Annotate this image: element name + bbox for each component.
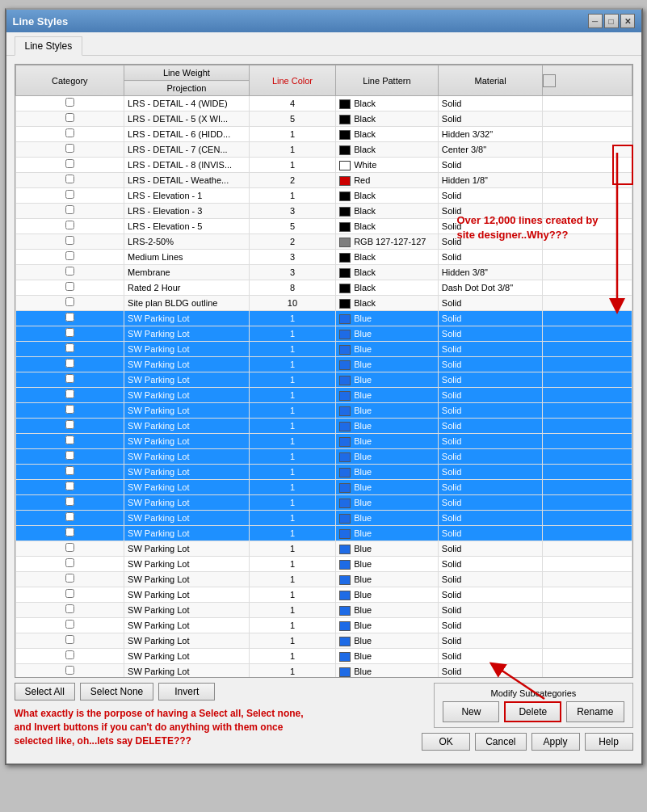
cancel-button[interactable]: Cancel — [475, 733, 526, 751]
table-row[interactable]: SW Parking Lot1BlueSolid — [15, 419, 632, 434]
row-checkbox[interactable] — [65, 267, 74, 276]
table-row[interactable]: SW Parking Lot1BlueSolid — [15, 649, 632, 664]
row-checkbox[interactable] — [65, 435, 74, 444]
table-row[interactable]: SW Parking Lot1BlueSolid — [15, 403, 632, 419]
select-all-button[interactable]: Select All — [15, 683, 75, 701]
row-checkbox[interactable] — [65, 635, 74, 644]
row-checkbox[interactable] — [65, 128, 74, 137]
row-checkbox[interactable] — [65, 359, 74, 368]
row-checkbox[interactable] — [65, 420, 74, 429]
table-row[interactable]: LRS - DETAIL - 6 (HIDD...1BlackHidden 3/… — [15, 127, 632, 142]
table-row[interactable]: SW Parking Lot1BlueSolid — [15, 557, 632, 572]
cell-category: SW Parking Lot — [124, 372, 250, 388]
rename-button[interactable]: Rename — [566, 701, 624, 722]
row-checkbox[interactable] — [65, 221, 74, 229]
row-checkbox[interactable] — [65, 343, 74, 352]
table-row[interactable]: Medium Lines3BlackSolid — [15, 250, 632, 265]
help-button[interactable]: Help — [585, 733, 633, 751]
color-label: Black — [354, 283, 376, 292]
table-row[interactable]: SW Parking Lot1BlueSolid — [15, 480, 632, 495]
cell-pattern: Solid — [438, 188, 543, 204]
row-checkbox[interactable] — [65, 589, 74, 598]
new-button[interactable]: New — [443, 701, 499, 722]
row-checkbox[interactable] — [65, 144, 74, 153]
row-checkbox[interactable] — [65, 482, 74, 490]
table-row[interactable]: SW Parking Lot1BlueSolid — [15, 372, 632, 388]
table-row[interactable]: Site plan BLDG outline10BlackSolid — [15, 296, 632, 311]
table-row[interactable]: LRS - Elevation - 55BlackSolid — [15, 219, 632, 234]
row-checkbox[interactable] — [65, 251, 74, 260]
table-row[interactable]: LRS - DETAIL - 4 (WIDE)4BlackSolid — [15, 96, 632, 111]
row-checkbox[interactable] — [65, 175, 74, 183]
cell-category: LRS - Elevation - 1 — [124, 188, 250, 204]
row-checkbox[interactable] — [65, 650, 74, 659]
row-checkbox[interactable] — [65, 512, 74, 521]
table-container[interactable]: Category Line Weight Line Color Line Pat… — [15, 64, 633, 678]
cell-category: SW Parking Lot — [124, 326, 250, 342]
minimize-button[interactable]: ─ — [588, 14, 603, 28]
row-checkbox[interactable] — [65, 528, 74, 536]
row-checkbox[interactable] — [65, 190, 74, 199]
table-row[interactable]: SW Parking Lot1BlueSolid — [15, 587, 632, 603]
row-checkbox[interactable] — [65, 558, 74, 567]
row-checkbox[interactable] — [65, 282, 74, 291]
row-checkbox[interactable] — [65, 297, 74, 306]
table-row[interactable]: LRS - DETAIL - 7 (CEN...1BlackCenter 3/8… — [15, 142, 632, 158]
row-checkbox[interactable] — [65, 374, 74, 383]
table-row[interactable]: SW Parking Lot1BlueSolid — [15, 388, 632, 403]
cell-color: Black — [336, 219, 439, 234]
row-checkbox[interactable] — [65, 497, 74, 506]
row-checkbox[interactable] — [65, 451, 74, 460]
cell-pattern: Solid — [438, 234, 543, 250]
table-scroll[interactable]: Category Line Weight Line Color Line Pat… — [15, 65, 632, 678]
table-row[interactable]: SW Parking Lot1BlueSolid — [15, 511, 632, 526]
table-row[interactable]: SW Parking Lot1BlueSolid — [15, 311, 632, 326]
delete-button[interactable]: Delete — [504, 701, 561, 722]
maximize-button[interactable]: □ — [604, 14, 619, 28]
ok-button[interactable]: OK — [422, 733, 470, 751]
row-checkbox[interactable] — [65, 466, 74, 475]
row-checkbox[interactable] — [65, 313, 74, 322]
apply-button[interactable]: Apply — [531, 733, 580, 751]
table-row[interactable]: SW Parking Lot1BlueSolid — [15, 633, 632, 649]
table-row[interactable]: SW Parking Lot1BlueSolid — [15, 449, 632, 465]
table-row[interactable]: SW Parking Lot1BlueSolid — [15, 465, 632, 480]
table-row[interactable]: LRS - DETAIL - 8 (INVIS...1WhiteSolid — [15, 158, 632, 173]
select-none-button[interactable]: Select None — [80, 683, 153, 701]
cell-weight: 1 — [249, 342, 335, 357]
table-row[interactable]: SW Parking Lot1BlueSolid — [15, 618, 632, 633]
tab-line-styles[interactable]: Line Styles — [15, 36, 83, 56]
row-checkbox[interactable] — [65, 98, 74, 107]
table-row[interactable]: Membrane3BlackHidden 3/8" — [15, 265, 632, 280]
table-row[interactable]: SW Parking Lot1BlueSolid — [15, 526, 632, 541]
table-row[interactable]: LRS - Elevation - 33BlackSolid — [15, 204, 632, 219]
table-row[interactable]: SW Parking Lot1BlueSolid — [15, 664, 632, 679]
table-row[interactable]: SW Parking Lot1BlueSolid — [15, 541, 632, 557]
table-row[interactable]: LRS - DETAIL - Weathe...2RedHidden 1/8" — [15, 173, 632, 188]
table-row[interactable]: Rated 2 Hour8BlackDash Dot Dot 3/8" — [15, 280, 632, 296]
table-row[interactable]: LRS - Elevation - 11BlackSolid — [15, 188, 632, 204]
table-row[interactable]: SW Parking Lot1BlueSolid — [15, 434, 632, 449]
invert-button[interactable]: Invert — [158, 683, 215, 701]
table-row[interactable]: SW Parking Lot1BlueSolid — [15, 603, 632, 618]
table-row[interactable]: SW Parking Lot1BlueSolid — [15, 495, 632, 511]
table-row[interactable]: LRS-2-50%2RGB 127-127-127Solid — [15, 234, 632, 250]
row-checkbox[interactable] — [65, 620, 74, 629]
row-checkbox[interactable] — [65, 574, 74, 583]
close-button[interactable]: ✕ — [620, 14, 635, 28]
row-checkbox[interactable] — [65, 666, 74, 675]
table-row[interactable]: SW Parking Lot1BlueSolid — [15, 572, 632, 587]
table-row[interactable]: SW Parking Lot1BlueSolid — [15, 342, 632, 357]
row-checkbox[interactable] — [65, 205, 74, 214]
table-row[interactable]: SW Parking Lot1BlueSolid — [15, 326, 632, 342]
row-checkbox[interactable] — [65, 113, 74, 122]
row-checkbox[interactable] — [65, 543, 74, 552]
row-checkbox[interactable] — [65, 328, 74, 337]
row-checkbox[interactable] — [65, 159, 74, 168]
row-checkbox[interactable] — [65, 389, 74, 398]
row-checkbox[interactable] — [65, 236, 74, 245]
table-row[interactable]: LRS - DETAIL - 5 (X WI...5BlackSolid — [15, 111, 632, 127]
table-row[interactable]: SW Parking Lot1BlueSolid — [15, 357, 632, 372]
row-checkbox[interactable] — [65, 405, 74, 414]
row-checkbox[interactable] — [65, 604, 74, 613]
